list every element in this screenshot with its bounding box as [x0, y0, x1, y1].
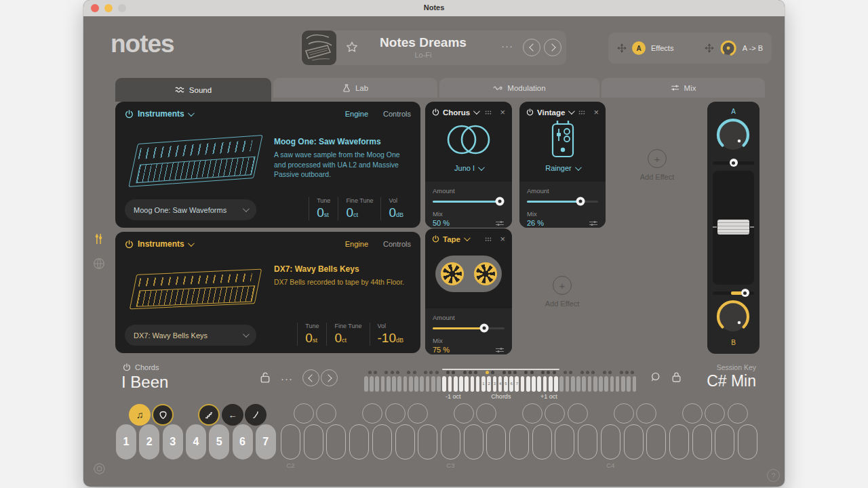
white-key[interactable]: [304, 424, 323, 460]
white-key[interactable]: [418, 424, 437, 460]
black-key[interactable]: [545, 403, 565, 424]
chord-key-1[interactable]: 1: [116, 424, 136, 460]
settings-icon[interactable]: [93, 462, 106, 475]
white-key[interactable]: [464, 424, 484, 460]
chord-key-2[interactable]: 2: [139, 424, 159, 460]
white-key[interactable]: [509, 424, 529, 460]
black-key[interactable]: [614, 403, 634, 424]
black-key[interactable]: [408, 403, 428, 424]
white-key[interactable]: [715, 424, 734, 460]
white-key[interactable]: [532, 424, 552, 460]
chord-key-7[interactable]: 7: [256, 424, 276, 460]
black-key[interactable]: [294, 403, 314, 424]
white-key[interactable]: [624, 424, 644, 460]
chord-key-5[interactable]: 5: [209, 424, 229, 460]
mixer-faders-icon[interactable]: [94, 233, 104, 245]
white-key[interactable]: [281, 424, 300, 460]
chord-key-4[interactable]: 4: [186, 424, 206, 460]
black-key[interactable]: [705, 403, 725, 424]
octave-label: C3: [446, 462, 454, 469]
black-key[interactable]: [385, 403, 406, 424]
black-key[interactable]: [476, 403, 496, 424]
black-key[interactable]: [454, 403, 474, 424]
black-key[interactable]: [362, 403, 382, 424]
white-key[interactable]: [441, 424, 460, 460]
black-key[interactable]: [568, 403, 588, 424]
chord-key-6[interactable]: 6: [233, 424, 253, 460]
black-key[interactable]: [728, 403, 748, 424]
white-key[interactable]: [692, 424, 712, 460]
octave-label: C2: [286, 462, 294, 469]
white-key[interactable]: [486, 424, 506, 460]
white-key[interactable]: [669, 424, 689, 460]
question-icon: ?: [771, 472, 775, 480]
black-key[interactable]: [682, 403, 703, 424]
white-key[interactable]: [601, 424, 620, 460]
white-key[interactable]: [349, 424, 369, 460]
black-key[interactable]: [636, 403, 656, 424]
black-key[interactable]: [522, 403, 542, 424]
help-button[interactable]: ?: [767, 469, 780, 482]
white-key[interactable]: [395, 424, 415, 460]
globe-icon[interactable]: [93, 258, 105, 270]
white-key[interactable]: [372, 424, 392, 460]
chord-key-3[interactable]: 3: [163, 424, 183, 460]
white-key[interactable]: [555, 424, 574, 460]
white-key[interactable]: [578, 424, 597, 460]
app-window: Notes notes Notes Dreams Lo-Fi ··· A Eff…: [83, 0, 785, 487]
keyboard: 1234567C2C3C4: [83, 0, 785, 487]
white-key[interactable]: [738, 424, 757, 460]
black-key[interactable]: [316, 403, 336, 424]
white-key[interactable]: [646, 424, 666, 460]
white-key[interactable]: [326, 424, 346, 460]
octave-label: C4: [606, 462, 614, 469]
